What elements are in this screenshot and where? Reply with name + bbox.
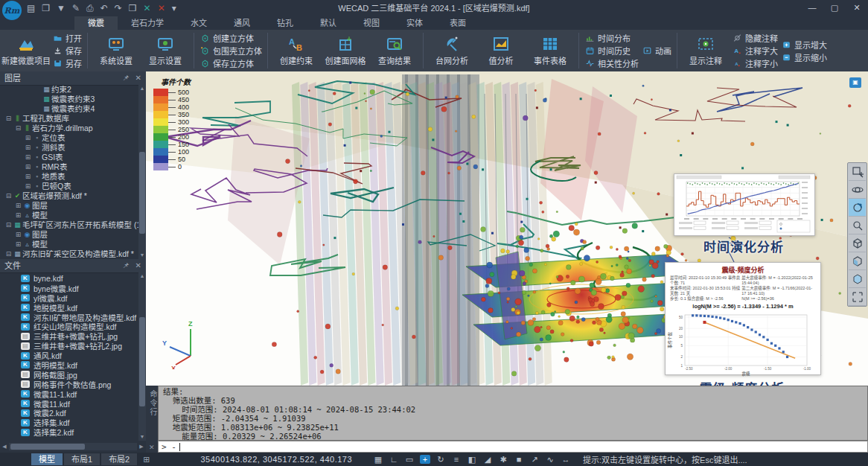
close-button[interactable]: ✕ (846, 0, 868, 16)
ribbon-button-创建面网格[interactable]: +创建面网格 (322, 31, 368, 70)
ribbon-button-动画[interactable]: 动画 (642, 45, 671, 57)
tree-expander-plus-icon[interactable]: ⊞ (24, 153, 32, 162)
ribbon-button-保存立方体[interactable]: 保存立方体 (200, 58, 262, 69)
files-hscrollbar[interactable]: ◀▶ (0, 441, 146, 453)
ribbon-button-保存[interactable]: 保存 (52, 45, 82, 57)
menu-tab-实体[interactable]: 实体 (393, 16, 436, 30)
tree-expander-plus-icon[interactable]: ⊞ (14, 211, 22, 220)
crosshair-icon[interactable]: + (420, 455, 430, 464)
face-cube-icon[interactable] (849, 252, 866, 270)
menu-tab-通风[interactable]: 通风 (220, 16, 264, 30)
console-output[interactable]: 结果: 筛选出数量: 639 时间范围: 2024-08-01 01:08:14… (158, 386, 868, 441)
menu-tab-钻孔[interactable]: 钻孔 (264, 16, 307, 30)
layer-tree-item[interactable]: ⊞▪巴顿Q表 (0, 182, 138, 191)
tree-expander-minus-icon[interactable]: ⊟ (4, 249, 13, 259)
tree-expander-plus-icon[interactable]: ⊞ (24, 133, 32, 143)
layer-tree-item[interactable]: ⊟▦毛坪矿区河东片区开拓系统模型 (1).k (0, 220, 138, 230)
tree-expander-plus-icon[interactable]: ⊞ (24, 172, 32, 182)
paint-icon[interactable]: ◧ (467, 455, 477, 465)
ribbon-button-显示设置[interactable]: 显示设置 (142, 31, 188, 70)
ribbon-button-创建约束[interactable]: AB创建约束 (273, 31, 319, 70)
menu-tab-微震[interactable]: 微震 (74, 16, 118, 30)
command-input[interactable]: > - (158, 441, 868, 453)
ribbon-button-事件表格[interactable]: 事件表格 (527, 31, 573, 70)
run-icon[interactable]: ↗ (529, 455, 540, 465)
files-scrollbar[interactable]: ▲▼ (138, 272, 146, 441)
tree-expander-plus-icon[interactable]: ⊞ (24, 162, 32, 172)
pin-icon[interactable]: 📌︎ (122, 259, 130, 272)
layer-tree-item[interactable]: ⊞▵模型 (0, 240, 138, 249)
minimize-button[interactable]: — (801, 0, 823, 16)
file-list-item[interactable]: K微震11.kdf (0, 399, 138, 409)
layer-tree-item[interactable]: ▦微震表约束3 (0, 95, 138, 104)
rotate-snap-icon[interactable]: ↻ (435, 455, 446, 465)
tree-expander-plus-icon[interactable]: ⊞ (14, 201, 22, 211)
tree-expander-plus-icon[interactable]: ⊞ (14, 240, 22, 249)
signal-icon[interactable]: ∿ (545, 455, 555, 465)
ribbon-button-查询结果[interactable]: 查询结果 (371, 31, 418, 70)
menu-tab-默认[interactable]: 默认 (307, 16, 350, 30)
marker-icon[interactable]: ◢ (482, 455, 493, 465)
gear-icon[interactable]: ✱ (498, 455, 508, 465)
tree-expander-plus-icon[interactable]: ⊞ (24, 143, 32, 153)
layer-tree-item[interactable]: ▦约束2 (0, 85, 138, 95)
orbit-icon[interactable] (849, 181, 866, 199)
layer-tree-item[interactable]: ⊞◉图层 (0, 201, 138, 211)
tree-expander-minus-icon[interactable]: ⊟ (4, 191, 13, 201)
menu-tab-视图[interactable]: 视图 (350, 16, 393, 30)
layer-tree-item[interactable]: ⊞▪定位表 (0, 133, 138, 143)
tree-expander-plus-icon[interactable]: ⊞ (24, 182, 32, 191)
pin-icon[interactable]: 📌︎ (122, 71, 130, 85)
ribbon-button-隐藏注释[interactable]: 隐藏注释 (732, 33, 778, 44)
layer-tree-item[interactable]: ⊟⫼岩石力学.drillmap (0, 124, 138, 133)
file-list-item[interactable]: K选择集2.kdf (0, 427, 138, 437)
tree-expander-minus-icon[interactable]: ⊟ (14, 124, 22, 133)
viewport-3d[interactable]: 事件个数 500450400350300250200150100500 ZYX … (146, 71, 868, 386)
layer-tree-item[interactable]: ⊟⫼工程孔数据库 (0, 114, 138, 124)
layer-tree-item[interactable]: ⊟▦河东旧矿采空区及构造模型.kdf * (0, 249, 138, 259)
ribbon-button-显示注释[interactable]: 显示注释 (683, 31, 729, 70)
cube-icon[interactable]: ■ (514, 455, 524, 464)
grid-snap-icon[interactable]: ▦ (373, 455, 383, 465)
rect-snap-icon[interactable]: ▭ (404, 455, 415, 465)
layout-tab-布局2[interactable]: 布局2 (101, 453, 137, 465)
ribbon-button-显示增大[interactable]: 显示增大 (781, 39, 827, 50)
viewport-corner-icon[interactable]: ▣ (849, 77, 861, 88)
layer-tree-item[interactable]: ⊞▪RMR表 (0, 162, 138, 172)
shaded-cube-icon[interactable] (849, 270, 866, 288)
layer-tree-item[interactable]: ⊞▪地质表 (0, 172, 138, 182)
zoom-window-icon[interactable] (849, 163, 866, 181)
add-layout-button[interactable]: ⊞ (143, 455, 150, 465)
fullscreen-icon[interactable]: ↔ (561, 455, 571, 464)
menu-tab-水文[interactable]: 水文 (177, 16, 220, 30)
layout-tab-模型[interactable]: 模型 (31, 453, 63, 465)
menu-tab-岩石力学[interactable]: 岩石力学 (118, 16, 177, 30)
tree-expander-minus-icon[interactable]: ⊟ (4, 114, 13, 124)
close-icon[interactable]: ✕ (149, 444, 155, 451)
ribbon-button-注释字小[interactable]: A注释字小 (732, 58, 778, 69)
layer-tree-item[interactable]: ⊞◉图层 (0, 230, 138, 240)
menu-tab-表面[interactable]: 表面 (436, 16, 479, 30)
ribbon-button-新建微震项目[interactable]: 新建微震项目 (3, 31, 49, 70)
maximize-button[interactable]: ▢ (823, 0, 846, 16)
file-list-item[interactable]: Kbyne微震.kdf (0, 284, 138, 293)
layer-tree-item[interactable]: ⊟✔区域岩爆预测.kdf * (0, 191, 138, 201)
layer-tree-item[interactable]: ⊞▪测斜表 (0, 143, 138, 153)
tree-expander-minus-icon[interactable]: ⊟ (4, 220, 13, 230)
magnitude-frequency-panel[interactable]: 震级-频度分析 最早时间: 2022-01-10 15:30:49 事件总个数:… (665, 262, 821, 375)
layout-tab-布局1[interactable]: 布局1 (64, 453, 100, 465)
close-icon[interactable]: ✕ (135, 71, 141, 85)
fit-view-icon[interactable] (849, 288, 866, 306)
layers-scrollbar[interactable]: ▲▼ (138, 85, 146, 259)
ribbon-button-时间分布[interactable]: 时间分布 (584, 33, 639, 44)
ribbon-button-注释字大[interactable]: A注释字大 (732, 45, 778, 57)
time-evolution-panel[interactable] (674, 173, 815, 236)
ribbon-button-包围壳立方体[interactable]: 包围壳立方体 (200, 45, 262, 57)
ortho-icon[interactable]: ∟ (389, 455, 399, 464)
rotate-view-icon[interactable] (849, 199, 866, 217)
console-side-tab[interactable]: 命令行 ✕ (146, 386, 158, 453)
zoom-icon[interactable] (849, 217, 866, 234)
tree-expander-plus-icon[interactable]: ⊞ (14, 230, 22, 240)
ribbon-button-相关性分析[interactable]: 相关性分析 (584, 58, 639, 69)
list-icon[interactable]: ≡ (451, 455, 462, 464)
